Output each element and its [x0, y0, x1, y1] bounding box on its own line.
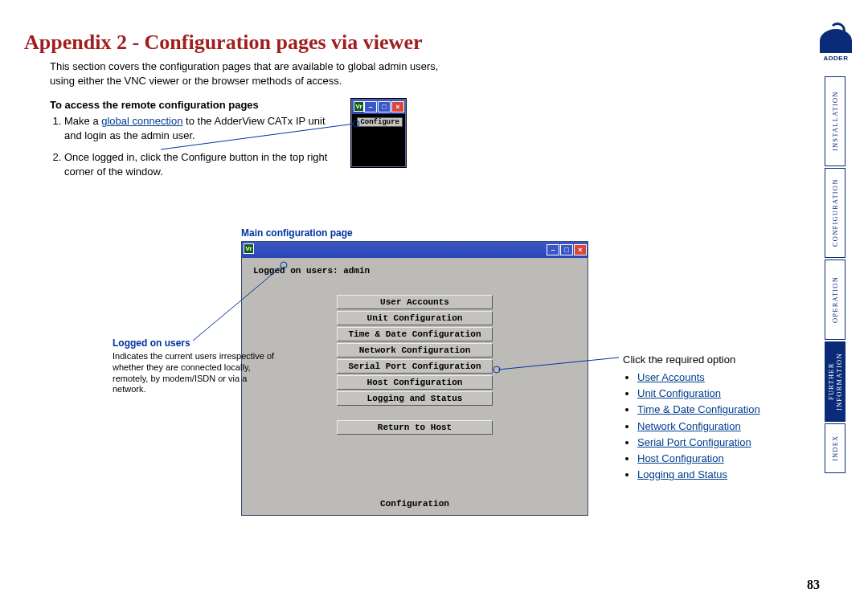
- access-subhead: To access the remote configuration pages: [50, 99, 828, 111]
- menu-time-date[interactable]: Time & Date Configuration: [337, 327, 493, 341]
- panel-title: Configuration: [242, 499, 588, 509]
- minimize-icon: –: [547, 244, 559, 255]
- link-serial-port[interactable]: Serial Port Configuration: [637, 436, 751, 448]
- callout-right-lead: Click the required option: [623, 352, 808, 368]
- tab-index[interactable]: INDEX: [825, 423, 845, 473]
- menu-host[interactable]: Host Configuration: [337, 375, 493, 390]
- return-to-host-button[interactable]: Return to Host: [337, 420, 493, 435]
- intro-text: This section covers the configuration pa…: [50, 59, 444, 88]
- steps-list: Make a global connection to the AdderVie…: [64, 114, 330, 178]
- link-network[interactable]: Network Configuration: [637, 420, 741, 432]
- page-title: Appendix 2 - Configuration pages via vie…: [24, 31, 828, 55]
- step-2: Once logged in, click the Configure butt…: [64, 150, 330, 178]
- maximize-icon: □: [560, 244, 573, 255]
- link-time-date[interactable]: Time & Date Configuration: [637, 403, 760, 415]
- page-number: 83: [807, 578, 820, 592]
- configure-button-small: Configure: [357, 117, 403, 127]
- close-icon: ×: [391, 101, 404, 112]
- link-logging-status[interactable]: Logging and Status: [637, 468, 727, 480]
- app-icon: Vr: [354, 101, 364, 112]
- close-icon: ×: [574, 244, 587, 255]
- snake-icon: [820, 29, 852, 53]
- tab-installation[interactable]: INSTALLATION: [825, 76, 845, 166]
- menu-serial-port[interactable]: Serial Port Configuration: [337, 359, 493, 374]
- menu-user-accounts[interactable]: User Accounts: [337, 295, 493, 309]
- tab-operation[interactable]: OPERATION: [825, 260, 845, 340]
- menu-unit-configuration[interactable]: Unit Configuration: [337, 311, 493, 325]
- click-option-callout: Click the required option User Accounts …: [623, 352, 808, 483]
- step-1: Make a global connection to the AdderVie…: [64, 114, 330, 142]
- logged-on-users-line: Logged on users: admin: [253, 266, 581, 276]
- titlebar-large: Vr – □ ×: [242, 242, 588, 258]
- menu-logging-status[interactable]: Logging and Status: [337, 391, 493, 406]
- adder-logo: ADDER: [817, 29, 855, 62]
- main-config-caption: Main configuration page: [241, 227, 353, 239]
- maximize-icon: □: [378, 101, 391, 112]
- link-host[interactable]: Host Configuration: [637, 452, 724, 464]
- main-config-screenshot: Vr – □ × Logged on users: admin User Acc…: [241, 241, 588, 516]
- logged-on-users-callout: Logged on users Indicates the current us…: [113, 337, 281, 395]
- link-unit-configuration[interactable]: Unit Configuration: [637, 387, 721, 399]
- callout-users-title: Logged on users: [113, 337, 281, 349]
- tab-further-information[interactable]: FURTHER INFORMATION: [825, 341, 845, 422]
- menu-network[interactable]: Network Configuration: [337, 343, 493, 358]
- configure-corner-screenshot: Vr – □ × Configure: [351, 99, 406, 167]
- callout-users-body: Indicates the current users irrespective…: [113, 351, 281, 395]
- minimize-icon: –: [364, 101, 377, 112]
- app-icon: Vr: [244, 243, 254, 254]
- titlebar-small: Vr – □ ×: [352, 100, 405, 114]
- config-menu: User Accounts Unit Configuration Time & …: [248, 295, 581, 435]
- section-tabs: INSTALLATION CONFIGURATION OPERATION FUR…: [825, 76, 854, 475]
- tab-configuration[interactable]: CONFIGURATION: [825, 168, 845, 258]
- link-user-accounts[interactable]: User Accounts: [637, 371, 705, 383]
- global-connection-link[interactable]: global connection: [101, 115, 182, 127]
